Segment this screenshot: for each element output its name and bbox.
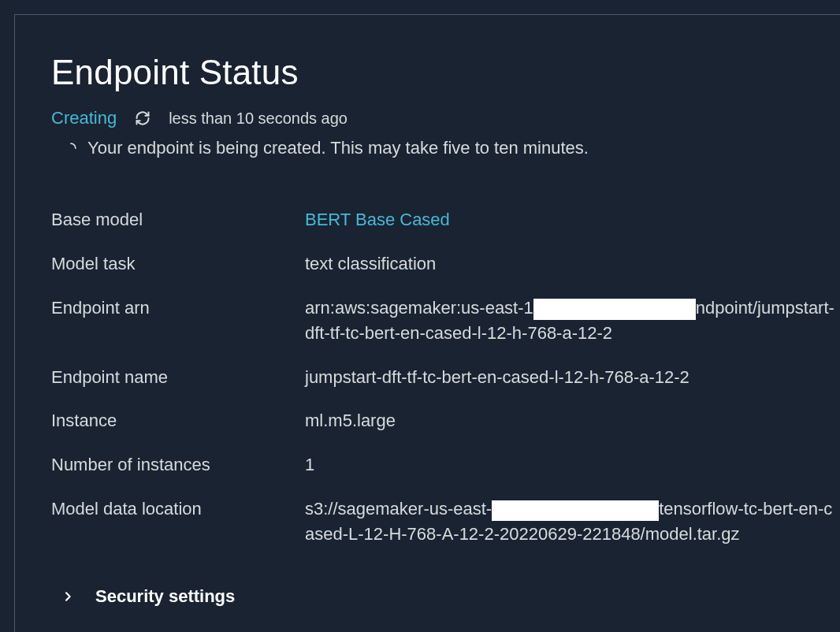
page-title: Endpoint Status (51, 53, 840, 92)
label-endpoint-arn: Endpoint arn (51, 296, 305, 346)
status-row: Creating less than 10 seconds ago (51, 108, 840, 128)
value-model-task: text classification (305, 251, 840, 277)
label-model-data-location: Model data location (51, 496, 305, 547)
label-base-model: Base model (51, 207, 305, 232)
endpoint-status-panel: Endpoint Status Creating less than 10 se… (14, 14, 840, 632)
value-endpoint-arn: arn:aws:sagemaker:us-east-1ndpoint/jumps… (305, 296, 840, 346)
s3-prefix: s3://sagemaker-us-east- (305, 499, 492, 519)
value-instance: ml.m5.large (305, 408, 840, 433)
status-message: Your endpoint is being created. This may… (87, 138, 589, 158)
label-endpoint-name: Endpoint name (51, 365, 305, 390)
value-base-model[interactable]: BERT Base Cased (305, 207, 840, 232)
redacted-block (492, 500, 659, 521)
details-grid: Base model BERT Base Cased Model task te… (51, 207, 840, 547)
spinner-icon (65, 143, 76, 154)
status-message-row: Your endpoint is being created. This may… (51, 138, 840, 158)
status-text: Creating (51, 108, 117, 128)
label-num-instances: Number of instances (51, 452, 305, 478)
security-settings-title: Security settings (95, 586, 235, 607)
redacted-block (533, 299, 696, 319)
arn-prefix: arn:aws:sagemaker:us-east-1 (305, 298, 533, 318)
chevron-right-icon (59, 588, 76, 605)
value-endpoint-name: jumpstart-dft-tf-tc-bert-en-cased-l-12-h… (305, 365, 840, 390)
label-model-task: Model task (51, 251, 305, 277)
refresh-icon[interactable] (134, 110, 151, 127)
value-num-instances: 1 (305, 452, 840, 478)
label-instance: Instance (51, 408, 305, 433)
value-model-data-location: s3://sagemaker-us-east-tensorflow-tc-ber… (305, 496, 840, 547)
security-settings-toggle[interactable]: Security settings (51, 586, 840, 607)
status-age: less than 10 seconds ago (169, 110, 348, 128)
